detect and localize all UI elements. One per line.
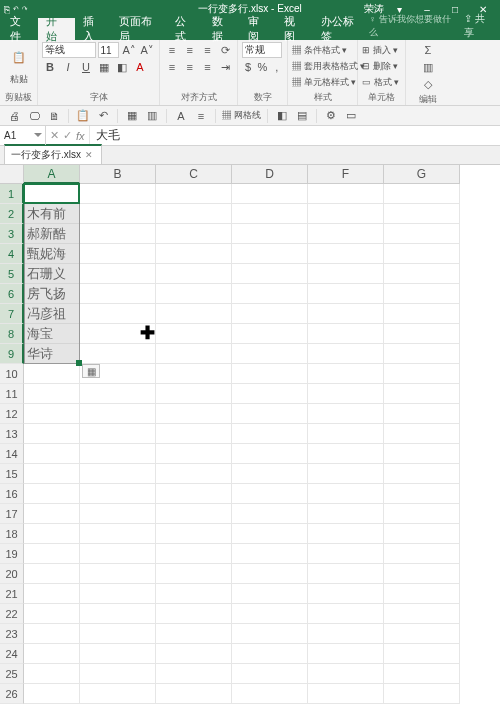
cell[interactable] xyxy=(80,284,156,304)
font-color-button[interactable]: A xyxy=(132,59,148,75)
row-header[interactable]: 10 xyxy=(0,364,24,384)
cell[interactable] xyxy=(156,404,232,424)
cell[interactable] xyxy=(156,484,232,504)
tab-office[interactable]: 办公标签 xyxy=(313,18,370,40)
cell[interactable] xyxy=(156,324,232,344)
cell[interactable] xyxy=(308,244,384,264)
row-header[interactable]: 1 xyxy=(0,184,24,204)
cell[interactable] xyxy=(232,404,308,424)
format-cells-button[interactable]: ▭ 格式 ▾ xyxy=(362,76,401,89)
cell[interactable] xyxy=(308,364,384,384)
cell[interactable] xyxy=(24,424,80,444)
cell[interactable] xyxy=(80,504,156,524)
column-header-D[interactable]: D xyxy=(232,165,308,184)
cell[interactable] xyxy=(308,444,384,464)
cell[interactable] xyxy=(232,424,308,444)
align-top-icon[interactable]: ≡ xyxy=(164,42,180,58)
tab-file[interactable]: 文件 xyxy=(2,18,38,40)
qat-icon[interactable]: 🗎 xyxy=(46,108,62,124)
cell[interactable] xyxy=(156,524,232,544)
cell[interactable] xyxy=(24,524,80,544)
cell[interactable] xyxy=(308,684,384,704)
cell[interactable] xyxy=(80,304,156,324)
formula-input[interactable]: 大毛 xyxy=(90,126,500,145)
cell[interactable] xyxy=(24,464,80,484)
cell[interactable] xyxy=(384,564,460,584)
cell[interactable] xyxy=(156,684,232,704)
row-header[interactable]: 21 xyxy=(0,584,24,604)
cell[interactable] xyxy=(384,284,460,304)
cell[interactable] xyxy=(80,204,156,224)
align-bottom-icon[interactable]: ≡ xyxy=(200,42,216,58)
cell[interactable] xyxy=(156,464,232,484)
tab-layout[interactable]: 页面布局 xyxy=(111,18,168,40)
cell[interactable] xyxy=(80,244,156,264)
cell[interactable] xyxy=(156,204,232,224)
cell[interactable] xyxy=(308,384,384,404)
cell[interactable] xyxy=(384,584,460,604)
cell[interactable] xyxy=(232,544,308,564)
cell[interactable] xyxy=(24,544,80,564)
cell[interactable] xyxy=(232,304,308,324)
cell[interactable] xyxy=(80,624,156,644)
column-header-G[interactable]: G xyxy=(384,165,460,184)
cell[interactable] xyxy=(384,384,460,404)
cell[interactable] xyxy=(308,564,384,584)
cell[interactable] xyxy=(156,184,232,204)
cell[interactable] xyxy=(232,584,308,604)
row-header[interactable]: 26 xyxy=(0,684,24,704)
cell[interactable] xyxy=(384,424,460,444)
cell[interactable] xyxy=(80,184,156,204)
row-header[interactable]: 19 xyxy=(0,544,24,564)
qat-icon[interactable]: ≡ xyxy=(193,108,209,124)
spreadsheet-grid[interactable]: ABCDFG 123456789101112131415161718192021… xyxy=(0,165,500,704)
cell[interactable] xyxy=(232,184,308,204)
fx-icon[interactable]: fx xyxy=(76,130,85,142)
delete-cells-button[interactable]: ⊟ 删除 ▾ xyxy=(362,60,401,73)
cell[interactable] xyxy=(308,284,384,304)
cell[interactable] xyxy=(384,204,460,224)
close-tab-icon[interactable]: ✕ xyxy=(85,150,93,160)
cell[interactable] xyxy=(308,484,384,504)
align-middle-icon[interactable]: ≡ xyxy=(182,42,198,58)
cell[interactable] xyxy=(80,424,156,444)
qat-icon[interactable]: ▥ xyxy=(144,108,160,124)
column-header-A[interactable]: A xyxy=(24,165,80,184)
row-header[interactable]: 2 xyxy=(0,204,24,224)
cell[interactable] xyxy=(80,484,156,504)
cell[interactable] xyxy=(156,224,232,244)
name-box[interactable]: A1 xyxy=(0,126,46,145)
qat-icon[interactable]: ◧ xyxy=(274,108,290,124)
cell[interactable] xyxy=(24,624,80,644)
row-header[interactable]: 16 xyxy=(0,484,24,504)
cell[interactable] xyxy=(232,364,308,384)
autosum-icon[interactable]: Σ xyxy=(420,42,436,58)
tab-data[interactable]: 数据 xyxy=(204,18,240,40)
cell[interactable] xyxy=(384,224,460,244)
cell[interactable] xyxy=(80,224,156,244)
cell[interactable] xyxy=(24,604,80,624)
cell[interactable] xyxy=(384,484,460,504)
cell[interactable] xyxy=(24,644,80,664)
cell[interactable] xyxy=(232,644,308,664)
row-header[interactable]: 6 xyxy=(0,284,24,304)
cell[interactable] xyxy=(384,664,460,684)
cell[interactable] xyxy=(232,384,308,404)
workbook-tab[interactable]: 一行变多行.xlsx✕ xyxy=(4,144,102,164)
tab-review[interactable]: 审阅 xyxy=(240,18,276,40)
cell[interactable] xyxy=(80,384,156,404)
cell[interactable] xyxy=(308,324,384,344)
underline-button[interactable]: U xyxy=(78,59,94,75)
qat-icon[interactable]: A xyxy=(173,108,189,124)
row-header[interactable]: 20 xyxy=(0,564,24,584)
cell[interactable] xyxy=(308,544,384,564)
cell[interactable] xyxy=(80,344,156,364)
cell[interactable] xyxy=(156,544,232,564)
row-header[interactable]: 3 xyxy=(0,224,24,244)
cell[interactable] xyxy=(232,664,308,684)
cell[interactable] xyxy=(156,364,232,384)
cell[interactable] xyxy=(308,264,384,284)
orientation-icon[interactable]: ⟳ xyxy=(217,42,233,58)
tab-view[interactable]: 视图 xyxy=(276,18,312,40)
cell[interactable] xyxy=(384,324,460,344)
